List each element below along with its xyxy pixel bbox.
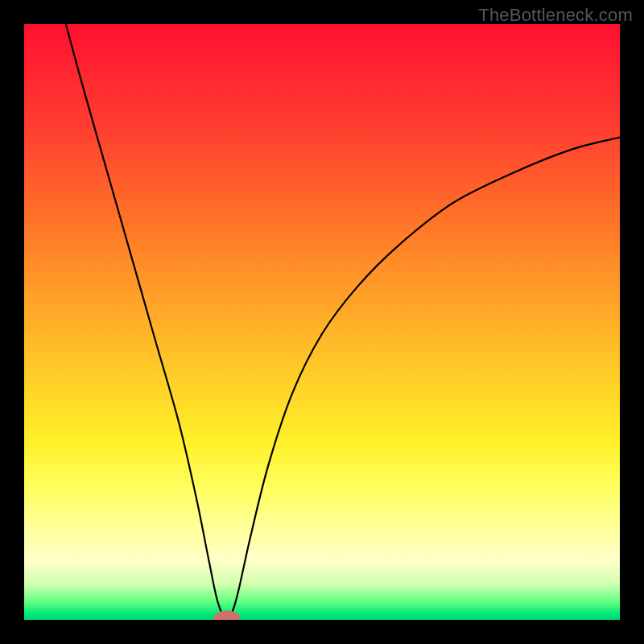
curve-svg [24,24,620,620]
minimum-marker [213,610,240,620]
plot-area [24,24,620,620]
bottleneck-curve [66,24,620,620]
watermark-text: TheBottleneck.com [478,5,633,26]
